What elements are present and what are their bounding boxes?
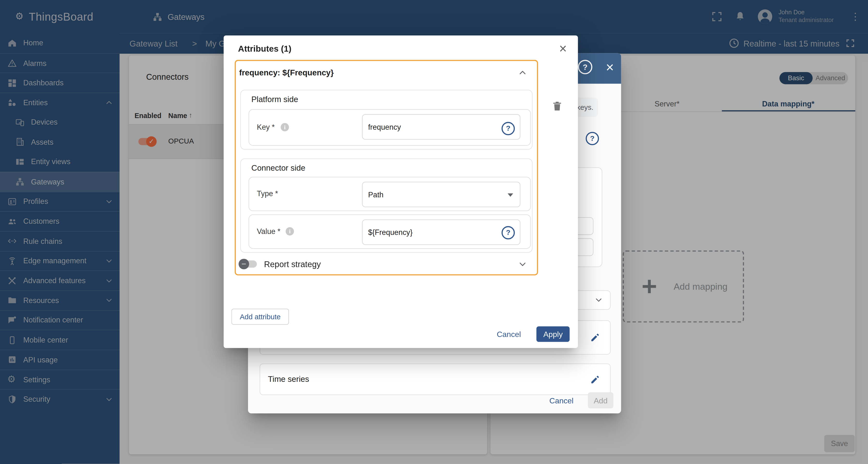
- key-input[interactable]: [362, 114, 521, 140]
- close-icon[interactable]: ×: [606, 59, 614, 76]
- attributes-modal: Attributes (1) × frequency: ${Frequency}…: [223, 35, 578, 348]
- field-help-icon[interactable]: ?: [502, 226, 515, 239]
- key-field-row: Key * i ?: [248, 109, 531, 146]
- type-select-value: Path: [368, 190, 383, 199]
- info-icon[interactable]: i: [281, 123, 289, 131]
- platform-side-title: Platform side: [251, 95, 298, 104]
- platform-side-section: Platform side Key * i ?: [240, 90, 533, 150]
- info-icon[interactable]: i: [285, 227, 294, 235]
- time-series-label: Time series: [268, 375, 309, 383]
- delete-attribute-trash-icon[interactable]: [552, 100, 563, 112]
- help-circle-icon[interactable]: ?: [586, 132, 599, 145]
- type-field-row: Type * Path: [248, 177, 531, 211]
- attribute-summary: frequency: ${Frequency}: [239, 68, 334, 77]
- chevron-down-icon[interactable]: [518, 259, 527, 269]
- report-strategy-toggle[interactable]: –: [240, 260, 257, 268]
- modal-close-icon[interactable]: ×: [556, 40, 570, 58]
- type-select[interactable]: Path: [362, 182, 521, 207]
- modal-title: Attributes (1): [238, 44, 291, 54]
- add-attribute-button[interactable]: Add attribute: [231, 309, 289, 325]
- chevron-up-icon[interactable]: [518, 68, 527, 78]
- field-help-icon[interactable]: ?: [502, 122, 515, 135]
- key-label: Key *: [257, 123, 275, 131]
- attribute-panel-header[interactable]: frequency: ${Frequency}: [236, 61, 537, 84]
- dialog-add-button-disabled[interactable]: Add: [588, 392, 613, 408]
- dialog-cancel-button[interactable]: Cancel: [546, 396, 577, 405]
- modal-cancel-button[interactable]: Cancel: [494, 329, 524, 339]
- edit-pencil-icon[interactable]: [590, 332, 600, 342]
- time-series-card: Time series: [259, 364, 611, 395]
- help-icon[interactable]: ?: [578, 60, 592, 74]
- edit-pencil-icon[interactable]: [590, 375, 600, 384]
- value-input[interactable]: [362, 220, 521, 245]
- value-label: Value *: [257, 227, 280, 235]
- connector-side-title: Connector side: [251, 164, 305, 172]
- report-strategy-label: Report strategy: [264, 259, 321, 269]
- select-caret-icon: [507, 194, 513, 197]
- report-strategy-row: – Report strategy: [240, 253, 527, 276]
- toggle-minus-icon: –: [239, 259, 249, 269]
- modal-apply-button[interactable]: Apply: [536, 326, 569, 342]
- chevron-down-icon: [594, 295, 603, 305]
- attribute-panel: frequency: ${Frequency} Platform side Ke…: [235, 60, 538, 276]
- value-field-row: Value * i ?: [248, 214, 531, 249]
- screen: ⚙ ThingsBoard Gateways John Doe Tenant a…: [0, 0, 868, 464]
- type-label: Type *: [257, 190, 278, 198]
- connector-side-section: Connector side Type * Path Value * i ?: [240, 158, 533, 253]
